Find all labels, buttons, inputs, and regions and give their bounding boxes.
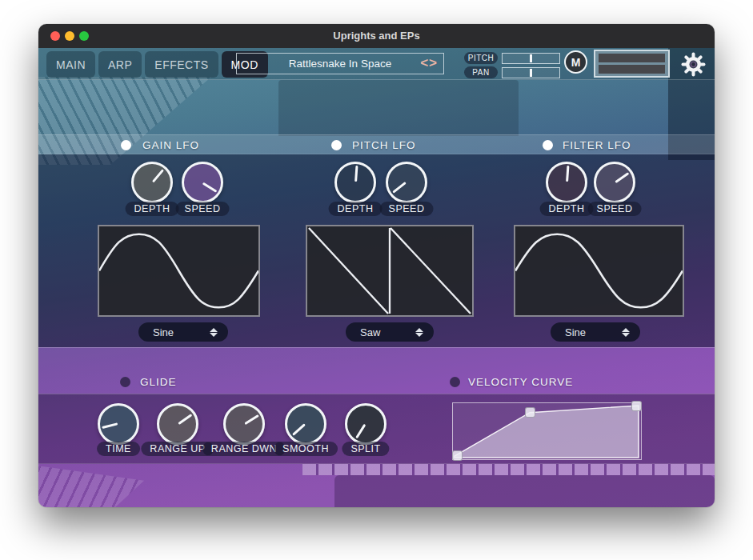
midi-button[interactable]: M bbox=[564, 50, 587, 74]
gain-lfo-speed-knob[interactable] bbox=[182, 162, 223, 203]
filter-speed-label: SPEED bbox=[588, 202, 642, 216]
settings-gear-icon[interactable] bbox=[681, 52, 706, 77]
selected-waveform: Sine bbox=[138, 326, 210, 338]
filter-lfo-waveform-display[interactable] bbox=[514, 225, 684, 317]
tab-arp[interactable]: ARP bbox=[98, 51, 142, 78]
window-title: Uprights and EPs bbox=[38, 24, 715, 48]
pitch-lfo-depth-knob[interactable] bbox=[334, 162, 376, 203]
filter-lfo-speed-knob[interactable] bbox=[594, 162, 635, 203]
pan-label: PAN bbox=[464, 66, 498, 78]
stepper-icon bbox=[210, 328, 218, 337]
meter-bar-right bbox=[599, 65, 665, 74]
macos-window: Uprights and EPs MAIN ARP EFFECTS MOD R bbox=[38, 24, 715, 507]
header-bar: MAIN ARP EFFECTS MOD Rattlesnake In Spac… bbox=[38, 48, 715, 80]
glide-time-knob[interactable] bbox=[98, 403, 139, 445]
screenshot-stage: Uprights and EPs MAIN ARP EFFECTS MOD R bbox=[0, 0, 753, 560]
stepper-icon bbox=[415, 328, 423, 337]
knob-pointer bbox=[547, 162, 586, 202]
preset-selector[interactable]: Rattlesnake In Space < > bbox=[236, 53, 444, 74]
gain-lfo-waveform-display[interactable] bbox=[98, 225, 260, 317]
footer-background bbox=[38, 464, 715, 507]
glide-range-dwn-knob[interactable] bbox=[223, 403, 265, 445]
preset-prev-next: < > bbox=[420, 54, 437, 72]
preset-next-arrow-icon[interactable]: > bbox=[429, 54, 437, 72]
pitch-row: PITCH bbox=[464, 52, 560, 64]
pan-slider-handle[interactable] bbox=[530, 69, 532, 77]
selected-waveform: Saw bbox=[346, 326, 415, 338]
velocity-handle-end[interactable] bbox=[631, 401, 642, 411]
lfo-toggle-band: GAIN LFO PITCH LFO FILTER LFO bbox=[38, 134, 715, 154]
gain-speed-label: SPEED bbox=[176, 202, 230, 216]
pitch-lfo-title: PITCH LFO bbox=[352, 135, 416, 155]
selected-waveform: Sine bbox=[551, 326, 622, 338]
knob-pointer bbox=[335, 162, 374, 202]
velocity-handle-start[interactable] bbox=[452, 450, 463, 461]
glide-band: GLIDE VELOCITY CURVE bbox=[38, 347, 715, 394]
preset-prev-arrow-icon[interactable]: < bbox=[420, 54, 428, 72]
sine-wave-path bbox=[515, 234, 683, 308]
glide-smooth-knob[interactable] bbox=[285, 403, 326, 445]
tab-effects[interactable]: EFFECTS bbox=[145, 51, 218, 78]
preset-name: Rattlesnake In Space bbox=[289, 58, 391, 70]
filter-lfo-title: FILTER LFO bbox=[563, 135, 631, 155]
velocity-curve-led-toggle[interactable] bbox=[450, 377, 460, 387]
pitch-slider-handle[interactable] bbox=[530, 54, 532, 62]
tab-bar: MAIN ARP EFFECTS MOD bbox=[46, 51, 268, 78]
glide-title: GLIDE bbox=[140, 372, 177, 392]
stepper-icon bbox=[622, 328, 630, 337]
glide-led-toggle[interactable] bbox=[120, 377, 130, 387]
velocity-curve-display[interactable] bbox=[452, 402, 642, 460]
filter-lfo-led-toggle[interactable] bbox=[543, 140, 553, 150]
titlebar: Uprights and EPs bbox=[38, 24, 715, 48]
pitch-lfo-led-toggle[interactable] bbox=[331, 140, 342, 150]
background-upright-piano bbox=[278, 80, 519, 136]
velocity-handle-mid[interactable] bbox=[525, 407, 535, 418]
tab-main[interactable]: MAIN bbox=[46, 51, 95, 78]
time-label: TIME bbox=[97, 442, 140, 456]
pitch-lfo-speed-knob[interactable] bbox=[386, 162, 427, 203]
sine-wave-path bbox=[99, 234, 258, 308]
glide-range-up-knob[interactable] bbox=[157, 403, 198, 445]
gain-lfo-depth-knob[interactable] bbox=[131, 162, 173, 203]
filter-lfo-waveform-select[interactable]: Sine bbox=[551, 322, 640, 342]
pitch-slider[interactable] bbox=[502, 53, 560, 64]
gain-depth-label: DEPTH bbox=[126, 202, 179, 216]
velocity-curve-title: VELOCITY CURVE bbox=[468, 372, 573, 392]
pitch-speed-label: SPEED bbox=[380, 202, 434, 216]
pan-row: PAN bbox=[464, 66, 560, 78]
pitch-label: PITCH bbox=[464, 52, 498, 64]
pitch-lfo-waveform-display[interactable] bbox=[306, 225, 474, 317]
meter-bar-left bbox=[599, 54, 665, 62]
filter-depth-label: DEPTH bbox=[540, 202, 594, 216]
pitch-depth-label: DEPTH bbox=[329, 202, 383, 216]
output-meter bbox=[594, 50, 670, 78]
smooth-label: SMOOTH bbox=[274, 442, 338, 456]
gain-lfo-led-toggle[interactable] bbox=[121, 140, 131, 150]
filter-lfo-depth-knob[interactable] bbox=[546, 162, 587, 203]
pitch-lfo-waveform-select[interactable]: Saw bbox=[346, 322, 434, 342]
gain-lfo-title: GAIN LFO bbox=[142, 135, 199, 155]
gain-lfo-waveform-select[interactable]: Sine bbox=[138, 322, 228, 342]
split-label: SPLIT bbox=[342, 442, 389, 456]
plugin-ui: MAIN ARP EFFECTS MOD Rattlesnake In Spac… bbox=[38, 48, 715, 507]
glide-split-knob[interactable] bbox=[345, 403, 387, 445]
pan-slider[interactable] bbox=[502, 67, 560, 78]
saw-wave-path bbox=[309, 228, 471, 314]
velocity-curve-shape bbox=[455, 406, 639, 458]
